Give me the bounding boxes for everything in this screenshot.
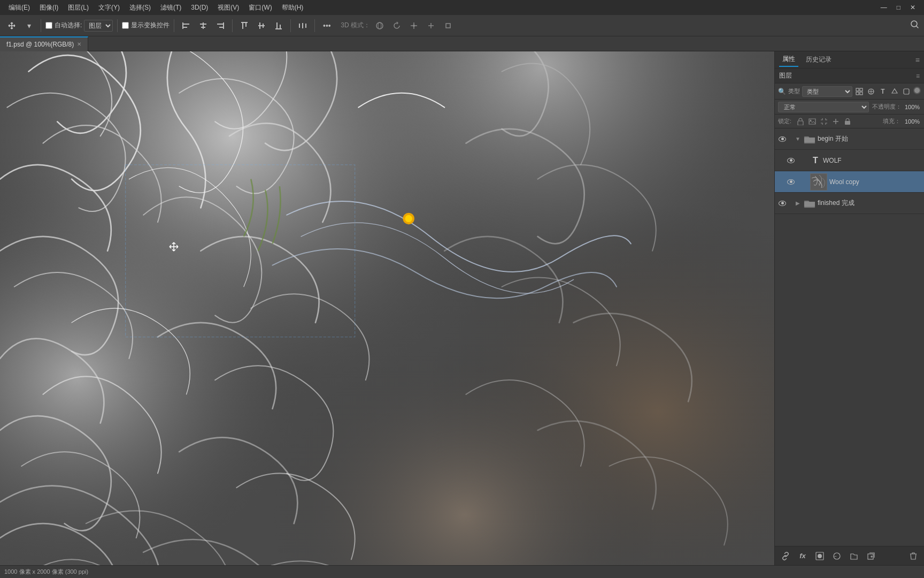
delete-layer-btn[interactable] [907, 550, 920, 562]
add-adjustment-btn[interactable] [830, 550, 843, 562]
layer-begin-name: begin 开始 [818, 134, 922, 143]
opacity-label: 不透明度： [872, 103, 902, 111]
layers-panel-menu[interactable]: ≡ [916, 72, 920, 80]
blend-mode-select[interactable]: 正常 [778, 102, 869, 112]
fx-btn[interactable]: fx [796, 550, 809, 562]
lock-transparent-btn[interactable] [796, 117, 805, 126]
more-options[interactable]: ••• [319, 18, 334, 33]
layer-finished-name: finished 完成 [818, 199, 922, 208]
show-transform-check[interactable]: 显示变换控件 [122, 21, 170, 30]
link-layers-btn[interactable] [779, 550, 792, 562]
align-right[interactable] [213, 18, 228, 33]
opacity-value[interactable]: 100% [905, 104, 921, 110]
layer-wool-name: Wool copy [829, 178, 922, 186]
lock-artboard-btn[interactable] [819, 117, 829, 126]
layer-wolf-text[interactable]: T WOLF [775, 150, 924, 171]
menu-3d[interactable]: 3D(D) [187, 2, 212, 13]
tab-history[interactable]: 历史记录 [803, 53, 835, 66]
filter-smart-icon[interactable] [902, 87, 911, 96]
canvas-area[interactable] [0, 51, 774, 565]
svg-rect-37 [860, 92, 863, 95]
filter-toggle-dot[interactable] [913, 87, 921, 94]
svg-point-22 [378, 22, 381, 29]
lock-position-btn[interactable] [831, 117, 841, 126]
3d-scale[interactable] [441, 18, 456, 33]
svg-rect-40 [798, 121, 803, 125]
menu-window[interactable]: 窗口(W) [244, 2, 276, 14]
lock-row: 锁定: 填充： 100% [775, 115, 924, 128]
close-button[interactable]: ✕ [906, 2, 920, 13]
svg-rect-15 [276, 22, 278, 29]
layer-begin-visibility[interactable] [777, 134, 788, 144]
layer-finished-visibility[interactable] [777, 198, 788, 209]
align-left[interactable] [179, 18, 194, 33]
menu-select[interactable]: 选择(S) [125, 2, 155, 14]
filter-type-select[interactable]: 类型 [802, 86, 852, 97]
minimize-button[interactable]: — [876, 2, 891, 13]
menu-image[interactable]: 图像(I) [35, 2, 63, 14]
svg-rect-20 [305, 24, 306, 28]
layer-wool-visibility[interactable] [786, 177, 796, 187]
menu-help[interactable]: 帮助(H) [278, 2, 308, 14]
fill-value[interactable]: 100% [905, 118, 921, 125]
layers-panel-title: 图层 [779, 71, 792, 80]
menu-view[interactable]: 视图(V) [213, 2, 243, 14]
folder-icon-finished [804, 199, 815, 208]
filter-shape-icon[interactable] [890, 87, 899, 96]
svg-rect-10 [245, 22, 247, 27]
svg-rect-1 [183, 27, 187, 28]
search-icon[interactable] [910, 20, 920, 32]
layer-begin-group[interactable]: ▼ begin 开始 [775, 128, 924, 150]
menu-layer[interactable]: 图层(L) [64, 2, 93, 14]
filter-pixel-icon[interactable] [854, 87, 864, 96]
tab-close-button[interactable]: ✕ [77, 41, 81, 47]
lock-image-btn[interactable] [807, 117, 817, 126]
filter-search-icon: 🔍 [778, 88, 786, 95]
distribute[interactable] [295, 18, 310, 33]
layer-wolf-visibility[interactable] [786, 155, 796, 166]
show-transform-checkbox[interactable] [122, 22, 129, 29]
cursor-indicator[interactable] [168, 241, 179, 252]
layer-select[interactable]: 图层 [84, 20, 113, 32]
layer-wool-thumbnail [810, 173, 827, 191]
3d-slide[interactable] [424, 18, 438, 33]
maximize-button[interactable]: □ [892, 2, 905, 13]
right-panel: 属性 历史记录 ≡ 图层 ≡ 🔍 类型 类型 [774, 51, 924, 565]
lock-all-btn[interactable] [843, 117, 852, 126]
layer-finished-group[interactable]: ▶ finished 完成 [775, 193, 924, 214]
3d-rotate[interactable] [389, 18, 404, 33]
sep1 [41, 19, 41, 32]
new-layer-btn[interactable] [865, 550, 877, 562]
panel-options-icon[interactable]: ≡ [915, 56, 920, 64]
status-dimensions: 1000 像素 x 2000 像素 (300 ppi) [4, 568, 88, 576]
tool-move[interactable] [4, 18, 19, 33]
align-bottom[interactable] [271, 18, 286, 33]
filter-text-icon[interactable]: T [878, 87, 888, 96]
3d-pan[interactable] [406, 18, 421, 33]
align-top[interactable] [237, 18, 252, 33]
svg-rect-39 [904, 89, 909, 94]
new-group-btn[interactable] [848, 550, 860, 562]
tool-options[interactable]: ▾ [21, 18, 36, 33]
menu-type[interactable]: 文字(Y) [94, 2, 124, 14]
menu-edit[interactable]: 编辑(E) [4, 2, 34, 14]
3d-orbit[interactable] [372, 18, 387, 33]
layer-begin-expand[interactable]: ▼ [794, 135, 802, 143]
svg-point-41 [810, 119, 812, 121]
align-middle-v[interactable] [254, 18, 269, 33]
add-mask-btn[interactable] [813, 550, 826, 562]
svg-rect-43 [811, 174, 827, 190]
folder-icon [804, 134, 815, 144]
layer-finished-expand[interactable]: ▶ [794, 200, 802, 207]
layer-wool-copy[interactable]: Wool copy [775, 171, 924, 193]
menu-filter[interactable]: 滤镜(T) [156, 2, 186, 14]
auto-select-check[interactable]: 自动选择: [45, 21, 82, 30]
layers-panel-header: 图层 ≡ [775, 69, 924, 83]
align-center-h[interactable] [196, 18, 211, 33]
tab-f1-psd[interactable]: f1.psd @ 100%(RGB/8) ✕ [0, 36, 88, 51]
sep6 [314, 19, 315, 32]
auto-select-checkbox[interactable] [45, 22, 52, 29]
tab-properties[interactable]: 属性 [779, 52, 798, 67]
filter-adjustment-icon[interactable] [866, 87, 876, 96]
svg-rect-6 [217, 24, 224, 25]
